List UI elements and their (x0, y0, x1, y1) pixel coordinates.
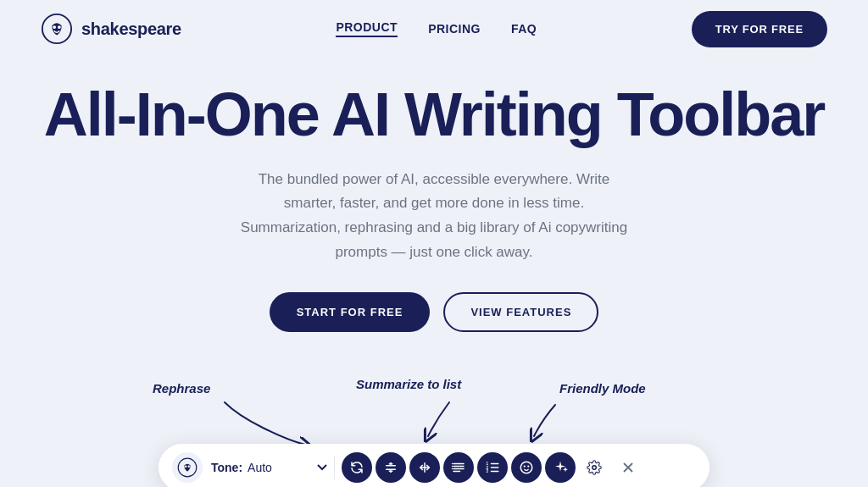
hero-title: All-In-One AI Writing Toolbar (41, 83, 827, 147)
compress-button[interactable] (376, 452, 406, 483)
annotation-summarize: Summarize to list (356, 377, 461, 391)
start-for-free-button[interactable]: START FOR FREE (270, 292, 431, 332)
magic-button[interactable] (545, 452, 576, 483)
expand-button[interactable] (409, 452, 440, 483)
svg-point-12 (520, 462, 532, 473)
svg-point-7 (452, 466, 453, 468)
brand-name: shakespeare (81, 19, 181, 39)
nav-faq[interactable]: FAQ (511, 22, 537, 36)
gear-icon (587, 460, 602, 475)
close-icon (620, 460, 636, 475)
toolbar-logo-icon (177, 457, 198, 478)
toolbar-avatar (172, 452, 203, 483)
hero-buttons: START FOR FREE VIEW FEATURES (41, 292, 827, 332)
toolbar-section: Rephrase Summarize to list Friendly Mode… (0, 373, 868, 487)
svg-point-1 (53, 25, 56, 29)
hero-section: All-In-One AI Writing Toolbar The bundle… (0, 58, 868, 332)
expand-icon (417, 460, 432, 475)
svg-point-14 (527, 466, 529, 468)
annotation-rephrase: Rephrase (153, 381, 210, 396)
close-button[interactable] (613, 452, 643, 483)
emoji-tone-button[interactable] (511, 452, 542, 483)
navbar: shakespeare PRODUCT PRICING FAQ TRY FOR … (0, 0, 868, 58)
settings-button[interactable] (579, 452, 609, 483)
svg-point-5 (188, 466, 190, 468)
tone-select[interactable]: Auto Formal Casual Friendly Professional (248, 461, 327, 474)
list-icon (451, 460, 466, 475)
emoji-icon (519, 460, 534, 475)
annotation-friendly: Friendly Mode (559, 381, 646, 396)
tone-label: Tone: (211, 461, 242, 474)
logo[interactable]: shakespeare (41, 13, 181, 45)
svg-point-2 (58, 25, 61, 29)
svg-point-4 (185, 466, 186, 468)
numbered-list-icon: 1 2 3 (485, 460, 500, 475)
numbered-list-button[interactable]: 1 2 3 (477, 452, 508, 483)
logo-icon (41, 13, 73, 45)
magic-icon (553, 460, 568, 475)
nav-product[interactable]: PRODUCT (336, 20, 398, 37)
summarize-list-button[interactable] (443, 452, 474, 483)
svg-point-8 (452, 468, 453, 470)
toolbar-divider-1 (334, 456, 335, 479)
try-for-free-button[interactable]: TRY FOR FREE (692, 11, 827, 47)
rephrase-icon (349, 460, 364, 475)
rephrase-button[interactable] (342, 452, 372, 483)
svg-point-6 (452, 463, 453, 465)
svg-text:3: 3 (487, 469, 489, 473)
nav-links: PRODUCT PRICING FAQ (336, 20, 537, 37)
nav-pricing[interactable]: PRICING (428, 22, 481, 36)
toolbar-bar: Tone: Auto Formal Casual Friendly Profes… (159, 444, 709, 487)
hero-subtitle: The bundled power of AI, accessible ever… (239, 168, 629, 266)
view-features-button[interactable]: VIEW FEATURES (443, 292, 598, 332)
svg-point-13 (524, 466, 526, 468)
compress-icon (383, 460, 398, 475)
